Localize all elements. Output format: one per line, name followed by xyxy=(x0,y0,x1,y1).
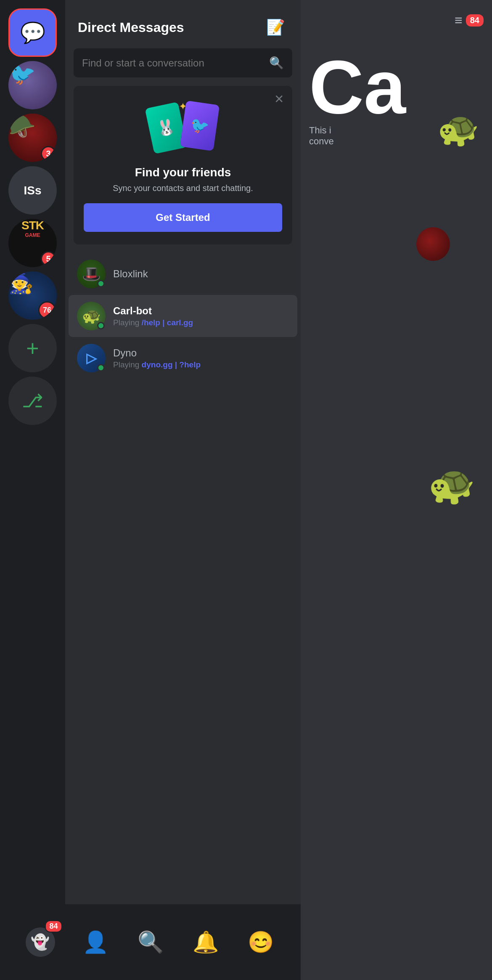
search-input[interactable] xyxy=(82,57,264,69)
right-panel-header: ≡ 84 xyxy=(301,0,492,41)
right-small-avatar xyxy=(416,227,450,261)
stk-badge: 5 xyxy=(41,251,56,266)
dyno-status-game: dyno.gg | ?help xyxy=(142,360,201,369)
sidebar-item-server-iss[interactable]: ISs xyxy=(8,166,57,215)
explore-button[interactable]: ⎇ xyxy=(8,377,57,425)
carlbot-status: Playing /help | carl.gg xyxy=(113,318,289,327)
card-illustration: ✦ 🐰 🐦 xyxy=(84,98,282,157)
dm-item-dyno[interactable]: ▷ Dyno Playing dyno.gg | ?help xyxy=(69,337,297,379)
carlbot-info: Carl-bot Playing /help | carl.gg xyxy=(113,305,289,327)
profile-icon: 😊 xyxy=(248,930,274,954)
dyno-name: Dyno xyxy=(113,347,289,359)
notification-count-badge: 84 xyxy=(466,14,484,27)
bloxlink-avatar-container: 🎩 xyxy=(77,260,106,288)
right-turtle-icon: 🐢 xyxy=(437,109,479,149)
hamburger-icon[interactable]: ≡ xyxy=(455,13,463,28)
search-bar[interactable]: 🔍 xyxy=(74,48,292,77)
bird-icon: 🐦 xyxy=(8,61,36,86)
helmet-icon: 🪖 xyxy=(8,114,36,138)
carlbot-online-dot xyxy=(97,322,105,329)
panel-header: Direct Messages 📝 xyxy=(65,0,301,48)
bird-emoji: 🐦 xyxy=(189,116,210,136)
iss-label: ISs xyxy=(8,166,57,215)
nav-item-home[interactable]: 👻 84 xyxy=(15,917,66,967)
dm-item-carlbot[interactable]: 🐢 Carl-bot Playing /help | carl.gg xyxy=(69,295,297,337)
helmet-badge: 3 xyxy=(41,146,56,161)
carlbot-avatar-container: 🐢 xyxy=(77,302,106,330)
find-friends-title: Find your friends xyxy=(84,166,282,179)
sidebar-item-dm[interactable]: 💬 xyxy=(8,8,57,57)
dyno-info: Dyno Playing dyno.gg | ?help xyxy=(113,347,289,369)
explore-icon: ⎇ xyxy=(22,390,43,412)
carlbot-name: Carl-bot xyxy=(113,305,289,317)
dm-item-bloxlink[interactable]: 🎩 Bloxlink xyxy=(69,253,297,295)
nav-item-notifications[interactable]: 🔔 xyxy=(180,917,231,967)
sidebar: 💬 🐦 🪖 3 ISs STK GAME 5 🧙 76 + ⎇ xyxy=(0,0,65,980)
carlbot-status-game: /help | carl.gg xyxy=(142,318,193,327)
phone-cards: ✦ 🐰 🐦 xyxy=(141,101,225,155)
plus-icon: + xyxy=(26,336,39,361)
sidebar-item-server-stk[interactable]: STK GAME 5 xyxy=(8,219,57,267)
search-icon: 🔍 xyxy=(269,56,284,70)
bloxlink-info: Bloxlink xyxy=(113,268,289,280)
dm-icon: 💬 xyxy=(20,21,45,45)
sidebar-item-server-bird[interactable]: 🐦 xyxy=(8,61,57,109)
phone-card-right: 🐦 xyxy=(180,101,220,151)
right-turtle-bottom-icon: 🐢 xyxy=(428,463,475,507)
stk-sub: GAME xyxy=(8,232,57,238)
search-nav-icon: 🔍 xyxy=(138,930,164,954)
sidebar-item-server-war[interactable]: 🧙 76 xyxy=(8,271,57,320)
war-badge: 76 xyxy=(38,301,56,319)
close-card-button[interactable]: ✕ xyxy=(274,93,284,105)
rabbit-emoji: 🐰 xyxy=(155,117,177,138)
panel-title: Direct Messages xyxy=(78,20,184,35)
dyno-avatar-container: ▷ xyxy=(77,344,106,372)
war-icon: 🧙 xyxy=(8,272,34,294)
add-server-button[interactable]: + xyxy=(8,324,57,372)
new-dm-button[interactable]: 📝 xyxy=(263,15,288,40)
dyno-status-prefix: Playing xyxy=(113,360,142,369)
carlbot-status-prefix: Playing xyxy=(113,318,142,327)
bloxlink-online-dot xyxy=(97,280,105,287)
stk-label: STK xyxy=(8,219,57,232)
dyno-online-dot xyxy=(97,364,105,372)
nav-item-search[interactable]: 🔍 xyxy=(125,917,176,967)
home-avatar-icon: 👻 xyxy=(31,933,50,951)
sidebar-item-server-helmet[interactable]: 🪖 3 xyxy=(8,114,57,162)
right-subtitle-text1: This i xyxy=(309,125,331,135)
nav-item-friends[interactable]: 👤 xyxy=(70,917,121,967)
nav-item-profile[interactable]: 😊 xyxy=(235,917,286,967)
bloxlink-name: Bloxlink xyxy=(113,268,289,280)
right-panel: ≡ 84 🐢 Ca This i conve 🐢 xyxy=(301,0,492,980)
get-started-button[interactable]: Get Started xyxy=(84,203,282,232)
dyno-status: Playing dyno.gg | ?help xyxy=(113,360,289,369)
main-panel: Direct Messages 📝 🔍 ✕ ✦ 🐰 🐦 Find your fr… xyxy=(65,0,301,980)
right-subtitle-text2: conve xyxy=(309,136,334,146)
friends-icon: 👤 xyxy=(82,930,108,954)
home-nav-badge: 84 xyxy=(45,920,62,932)
bottom-nav: 👻 84 👤 🔍 🔔 😊 xyxy=(0,904,301,980)
dm-list: 🎩 Bloxlink 🐢 Carl-bot Playing /help | ca… xyxy=(65,253,301,980)
notifications-icon: 🔔 xyxy=(193,930,219,954)
find-friends-card: ✕ ✦ 🐰 🐦 Find your friends Sync your cont… xyxy=(74,86,292,244)
find-friends-subtitle: Sync your contacts and start chatting. xyxy=(84,183,282,193)
new-dm-icon: 📝 xyxy=(266,19,285,36)
